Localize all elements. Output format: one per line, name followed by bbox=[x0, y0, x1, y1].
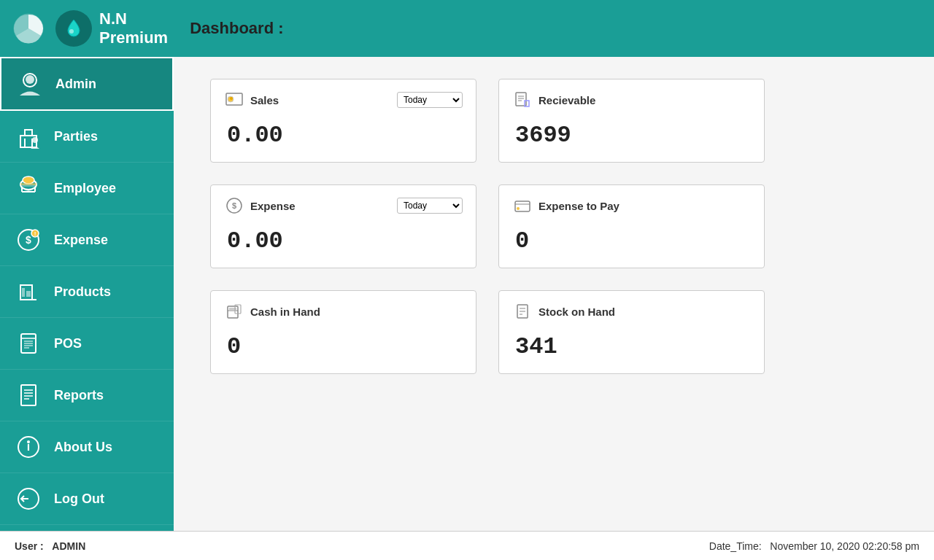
dashboard-pie-icon bbox=[12, 12, 45, 45]
card-sales-title-area: Sales bbox=[224, 90, 279, 110]
cash-in-hand-card-icon bbox=[224, 301, 244, 322]
expense-dropdown-select[interactable]: Today This Week This Month bbox=[397, 198, 463, 214]
sidebar-parties-label: Parties bbox=[54, 129, 98, 144]
brand-name-line1: N.N bbox=[99, 9, 168, 28]
stock-on-hand-card-icon bbox=[512, 301, 533, 322]
sales-card-icon bbox=[224, 90, 244, 110]
stock-on-hand-value: 341 bbox=[512, 333, 751, 360]
sidebar-aboutus-label: About Us bbox=[54, 440, 112, 455]
page-title: Dashboard : bbox=[190, 19, 283, 38]
expense-card-icon: $ bbox=[224, 195, 244, 216]
card-receivable-header: Recievable bbox=[512, 90, 751, 110]
footer-user: User : ADMIN bbox=[15, 540, 85, 552]
reports-icon bbox=[12, 378, 45, 412]
card-cash-in-hand-title-area: Cash in Hand bbox=[224, 301, 320, 322]
employee-icon bbox=[12, 171, 45, 205]
sidebar-item-expense[interactable]: $ ! Expense bbox=[0, 214, 174, 266]
svg-rect-23 bbox=[26, 291, 31, 297]
products-icon bbox=[12, 275, 45, 308]
admin-icon bbox=[13, 67, 47, 101]
card-expense-to-pay: Expense to Pay 0 bbox=[498, 184, 765, 268]
receivable-card-title: Recievable bbox=[539, 94, 595, 106]
card-sales: Sales Today This Week This Month 0.00 bbox=[210, 79, 476, 163]
sidebar-admin-label: Admin bbox=[55, 77, 96, 92]
cash-in-hand-value: 0 bbox=[224, 333, 463, 360]
content-area: Sales Today This Week This Month 0.00 bbox=[174, 57, 934, 531]
card-receivable: Recievable 3699 bbox=[498, 79, 765, 163]
expense-card-title: Expense bbox=[250, 200, 296, 212]
sidebar-reports-label: Reports bbox=[54, 388, 104, 403]
dashboard-cards-grid: Sales Today This Week This Month 0.00 bbox=[210, 79, 765, 374]
svg-point-3 bbox=[26, 75, 34, 84]
sidebar-item-reports[interactable]: Reports bbox=[0, 370, 174, 421]
expense-to-pay-card-title: Expense to Pay bbox=[539, 200, 620, 212]
stock-on-hand-card-title: Stock on Hand bbox=[539, 306, 615, 318]
sidebar-item-logout[interactable]: Log Out bbox=[0, 473, 174, 525]
sidebar-item-parties[interactable]: Parties bbox=[0, 111, 174, 163]
sidebar-item-products[interactable]: Products bbox=[0, 266, 174, 318]
sidebar-employee-label: Employee bbox=[54, 181, 116, 196]
svg-rect-50 bbox=[515, 201, 530, 211]
sidebar-pos-label: POS bbox=[54, 336, 82, 351]
sidebar-item-admin[interactable]: Admin bbox=[0, 57, 174, 111]
footer: User : ADMIN Date_Time: November 10, 202… bbox=[0, 531, 934, 560]
expense-value: 0.00 bbox=[224, 228, 463, 254]
aboutus-icon: i bbox=[12, 430, 45, 464]
receivable-card-icon bbox=[512, 90, 533, 110]
sales-value: 0.00 bbox=[224, 122, 463, 149]
footer-user-value: ADMIN bbox=[52, 540, 85, 552]
svg-rect-31 bbox=[21, 385, 36, 405]
sidebar-item-pos[interactable]: POS bbox=[0, 318, 174, 370]
svg-point-51 bbox=[517, 207, 520, 210]
svg-point-8 bbox=[32, 137, 38, 143]
svg-rect-16 bbox=[20, 183, 36, 185]
svg-point-43 bbox=[230, 97, 233, 100]
sales-card-title: Sales bbox=[250, 94, 279, 106]
sidebar-item-aboutus[interactable]: i About Us bbox=[0, 421, 174, 473]
cash-in-hand-card-title: Cash in Hand bbox=[250, 306, 320, 318]
logout-icon bbox=[12, 482, 45, 516]
footer-datetime: Date_Time: November 10, 2020 02:20:58 pm bbox=[709, 540, 919, 552]
parties-icon bbox=[12, 120, 45, 153]
card-sales-header: Sales Today This Week This Month bbox=[224, 90, 463, 110]
card-expense: $ Expense Today This Week This Month 0.0… bbox=[210, 184, 476, 268]
expense-dropdown[interactable]: Today This Week This Month bbox=[397, 198, 463, 214]
svg-point-38 bbox=[27, 440, 30, 443]
card-expense-header: $ Expense Today This Week This Month bbox=[224, 195, 463, 216]
footer-datetime-label: Date_Time: bbox=[709, 540, 762, 552]
footer-datetime-value: November 10, 2020 02:20:58 pm bbox=[770, 540, 919, 552]
svg-point-1 bbox=[69, 29, 74, 34]
svg-point-15 bbox=[23, 176, 34, 184]
svg-text:!: ! bbox=[34, 230, 36, 237]
main-layout: Admin Parties bbox=[0, 57, 934, 531]
sidebar-item-employee[interactable]: Employee bbox=[0, 163, 174, 214]
brand: N.N Premium bbox=[55, 9, 168, 48]
card-expense-to-pay-header: Expense to Pay bbox=[512, 195, 751, 216]
brand-name-line2: Premium bbox=[99, 28, 168, 47]
card-expense-title-area: $ Expense bbox=[224, 195, 296, 216]
expense-icon: $ ! bbox=[12, 223, 45, 257]
footer-user-label: User : bbox=[15, 540, 44, 552]
card-receivable-title-area: Recievable bbox=[512, 90, 595, 110]
receivable-value: 3699 bbox=[512, 122, 751, 149]
sales-dropdown-select[interactable]: Today This Week This Month bbox=[397, 92, 463, 108]
sales-dropdown[interactable]: Today This Week This Month bbox=[397, 92, 463, 108]
expense-to-pay-value: 0 bbox=[512, 228, 751, 254]
svg-rect-5 bbox=[25, 130, 32, 136]
card-stock-on-hand: Stock on Hand 341 bbox=[498, 290, 765, 374]
sidebar: Admin Parties bbox=[0, 57, 174, 531]
card-stock-on-hand-title-area: Stock on Hand bbox=[512, 301, 615, 322]
header: N.N Premium Dashboard : bbox=[0, 0, 934, 57]
card-expense-to-pay-title-area: Expense to Pay bbox=[512, 195, 620, 216]
svg-text:$: $ bbox=[26, 234, 31, 246]
pos-icon bbox=[12, 327, 45, 360]
svg-text:$: $ bbox=[232, 201, 236, 210]
card-cash-in-hand: Cash in Hand 0 bbox=[210, 290, 476, 374]
svg-rect-22 bbox=[22, 288, 25, 297]
sidebar-products-label: Products bbox=[54, 284, 111, 300]
card-cash-in-hand-header: Cash in Hand bbox=[224, 301, 463, 322]
sidebar-expense-label: Expense bbox=[54, 233, 108, 248]
sidebar-logout-label: Log Out bbox=[54, 491, 104, 507]
expense-to-pay-card-icon bbox=[512, 195, 533, 216]
card-stock-on-hand-header: Stock on Hand bbox=[512, 301, 751, 322]
